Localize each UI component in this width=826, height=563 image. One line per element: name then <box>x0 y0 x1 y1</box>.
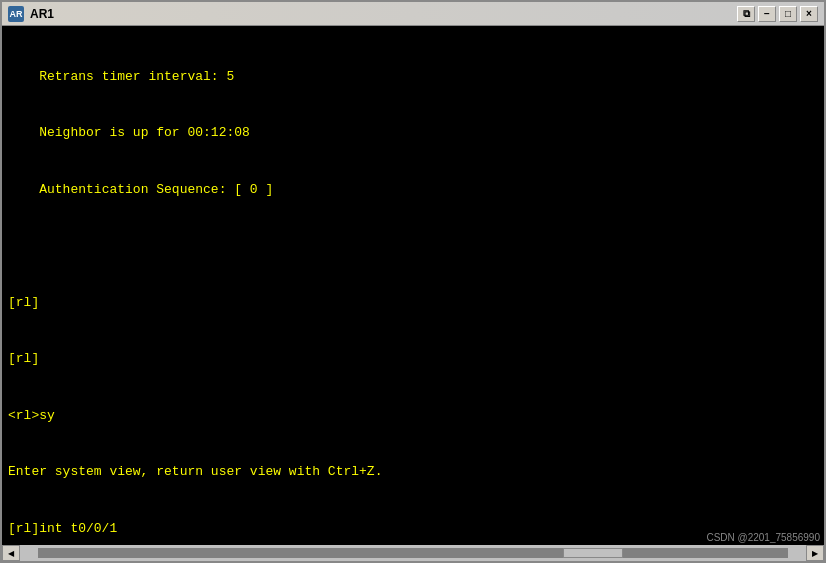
terminal-line-1: Retrans timer interval: 5 <box>8 68 818 87</box>
watermark: CSDN @2201_75856990 <box>706 532 820 543</box>
terminal-content: Retrans timer interval: 5 Neighbor is up… <box>8 30 818 561</box>
terminal-body: Retrans timer interval: 5 Neighbor is up… <box>2 26 824 561</box>
scroll-track <box>38 548 788 558</box>
terminal-line-9: [rl]int t0/0/1 <box>8 520 818 539</box>
scroll-left-button[interactable]: ◀ <box>2 545 20 561</box>
terminal-line-5: [rl] <box>8 294 818 313</box>
window-title: AR1 <box>30 7 54 21</box>
restore-button[interactable]: ⧉ <box>737 6 755 22</box>
terminal-line-7: <rl>sy <box>8 407 818 426</box>
terminal-line-2: Neighbor is up for 00:12:08 <box>8 124 818 143</box>
maximize-button[interactable]: □ <box>779 6 797 22</box>
close-button[interactable]: × <box>800 6 818 22</box>
scroll-thumb[interactable] <box>563 548 623 558</box>
horizontal-scrollbar[interactable]: ◀ ▶ <box>2 545 824 561</box>
terminal-line-4 <box>8 237 818 256</box>
main-window: AR AR1 ⧉ − □ × Retrans timer interval: 5… <box>0 0 826 563</box>
terminal-line-8: Enter system view, return user view with… <box>8 463 818 482</box>
window-controls: ⧉ − □ × <box>737 6 818 22</box>
terminal-line-6: [rl] <box>8 350 818 369</box>
title-bar-left: AR AR1 <box>8 6 54 22</box>
minimize-button[interactable]: − <box>758 6 776 22</box>
scroll-right-button[interactable]: ▶ <box>806 545 824 561</box>
title-bar: AR AR1 ⧉ − □ × <box>2 2 824 26</box>
app-icon: AR <box>8 6 24 22</box>
terminal-line-3: Authentication Sequence: [ 0 ] <box>8 181 818 200</box>
